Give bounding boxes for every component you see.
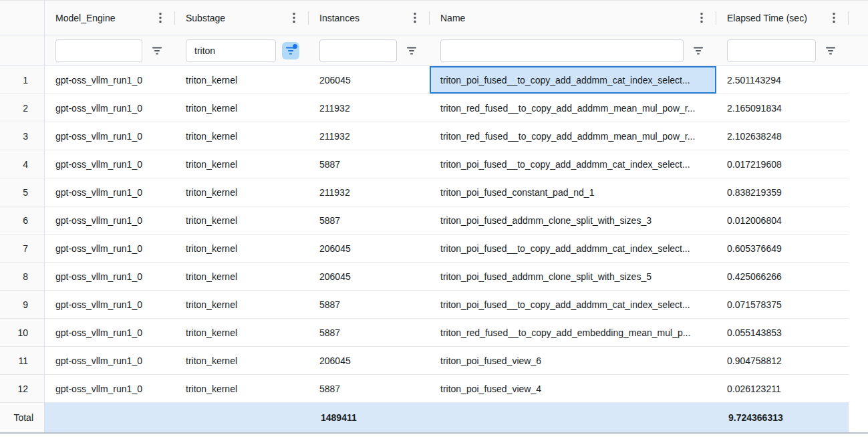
- filter-button[interactable]: [403, 42, 420, 59]
- active-filter-button[interactable]: [282, 42, 299, 59]
- filter-button[interactable]: [822, 42, 839, 59]
- cell-model-engine[interactable]: gpt-oss_vllm_run1_0: [45, 150, 175, 178]
- table-row: 4 gpt-oss_vllm_run1_0 triton_kernel 5887…: [0, 150, 868, 178]
- cell-model-engine[interactable]: gpt-oss_vllm_run1_0: [45, 319, 175, 347]
- row-number: 8: [0, 263, 45, 291]
- total-row-label: Total: [0, 403, 45, 432]
- cell-elapsed-time[interactable]: 2.501143294: [716, 66, 849, 94]
- cell-substage[interactable]: triton_kernel: [175, 291, 309, 319]
- cell-elapsed-time[interactable]: 2.102638248: [716, 122, 849, 150]
- cell-elapsed-time[interactable]: 0.838219359: [716, 178, 849, 206]
- column-menu-button[interactable]: [828, 10, 840, 26]
- cell-instances[interactable]: 5887: [309, 375, 430, 403]
- cell-substage[interactable]: triton_kernel: [175, 347, 309, 375]
- column-menu-button[interactable]: [288, 10, 300, 26]
- cell-substage[interactable]: triton_kernel: [175, 178, 309, 206]
- cell-name[interactable]: triton_red_fused__to_copy_add_addmm_mean…: [430, 122, 716, 150]
- cell-substage[interactable]: triton_kernel: [175, 206, 309, 235]
- filter-cell-elapsed-time: [716, 35, 849, 65]
- cell-substage[interactable]: triton_kernel: [175, 94, 309, 122]
- cell-model-engine[interactable]: gpt-oss_vllm_run1_0: [45, 122, 175, 150]
- cell-instances[interactable]: 5887: [309, 206, 430, 235]
- filter-cell-instances: [309, 35, 430, 65]
- filter-button[interactable]: [690, 42, 707, 59]
- row-number: 12: [0, 375, 45, 403]
- cell-name[interactable]: triton_poi_fused__to_copy_add_addmm_cat_…: [430, 66, 716, 94]
- cell-elapsed-time[interactable]: 0.026123211: [716, 375, 849, 403]
- cell-model-engine[interactable]: gpt-oss_vllm_run1_0: [45, 66, 175, 94]
- cell-instances[interactable]: 206045: [309, 235, 430, 263]
- model-engine-filter-input[interactable]: [55, 39, 142, 62]
- cell-elapsed-time[interactable]: 2.165091834: [716, 94, 849, 122]
- cell-name[interactable]: triton_poi_fused_view_6: [430, 347, 716, 375]
- cell-instances[interactable]: 211932: [309, 94, 430, 122]
- column-menu-button[interactable]: [696, 10, 708, 26]
- cell-substage[interactable]: triton_kernel: [175, 66, 309, 94]
- row-number: 4: [0, 150, 45, 178]
- cell-name[interactable]: triton_poi_fused_addmm_clone_split_with_…: [430, 263, 716, 291]
- cell-instances[interactable]: 5887: [309, 291, 430, 319]
- cell-substage[interactable]: triton_kernel: [175, 375, 309, 403]
- cell-substage[interactable]: triton_kernel: [175, 263, 309, 291]
- cell-elapsed-time[interactable]: 0.904758812: [716, 347, 849, 375]
- row-number: 6: [0, 206, 45, 235]
- cell-model-engine[interactable]: gpt-oss_vllm_run1_0: [45, 94, 175, 122]
- kebab-menu-icon: [293, 12, 295, 23]
- cell-model-engine[interactable]: gpt-oss_vllm_run1_0: [45, 347, 175, 375]
- cell-instances[interactable]: 5887: [309, 150, 430, 178]
- row-number: 5: [0, 178, 45, 206]
- filter-cell-model-engine: [45, 35, 175, 65]
- cell-elapsed-time[interactable]: 0.605376649: [716, 235, 849, 263]
- row-number-header: [0, 1, 45, 35]
- cell-model-engine[interactable]: gpt-oss_vllm_run1_0: [45, 375, 175, 403]
- cell-model-engine[interactable]: gpt-oss_vllm_run1_0: [45, 263, 175, 291]
- cell-name[interactable]: triton_red_fused__to_copy_add_addmm_mean…: [430, 94, 716, 122]
- cell-instances[interactable]: 5887: [309, 319, 430, 347]
- cell-name[interactable]: triton_poi_fused__to_copy_add_addmm_cat_…: [430, 235, 716, 263]
- name-filter-input[interactable]: [440, 39, 684, 62]
- cell-elapsed-time[interactable]: 0.055143853: [716, 319, 849, 347]
- cell-model-engine[interactable]: gpt-oss_vllm_run1_0: [45, 291, 175, 319]
- cell-substage[interactable]: triton_kernel: [175, 122, 309, 150]
- column-header-instances[interactable]: Instances: [309, 1, 430, 35]
- column-header-elapsed-time[interactable]: Elapsed Time (sec): [716, 1, 849, 35]
- column-menu-button[interactable]: [409, 10, 421, 26]
- grid-body: 1 gpt-oss_vllm_run1_0 triton_kernel 2060…: [0, 66, 868, 403]
- cell-elapsed-time[interactable]: 0.012006804: [716, 206, 849, 235]
- table-row: 6 gpt-oss_vllm_run1_0 triton_kernel 5887…: [0, 206, 868, 235]
- cell-name[interactable]: triton_poi_fused_view_4: [430, 375, 716, 403]
- cell-model-engine[interactable]: gpt-oss_vllm_run1_0: [45, 235, 175, 263]
- cell-instances[interactable]: 211932: [309, 178, 430, 206]
- column-header-name[interactable]: Name: [430, 1, 716, 35]
- filter-button[interactable]: [148, 42, 166, 59]
- cell-elapsed-time[interactable]: 0.425066266: [716, 263, 849, 291]
- column-menu-button[interactable]: [154, 10, 166, 26]
- cell-model-engine[interactable]: gpt-oss_vllm_run1_0: [45, 178, 175, 206]
- cell-instances[interactable]: 206045: [309, 347, 430, 375]
- cell-name[interactable]: triton_red_fused__to_copy_add_embedding_…: [430, 319, 716, 347]
- filter-cell-substage: [175, 35, 309, 65]
- column-header-substage[interactable]: Substage: [175, 1, 309, 35]
- grid-bottom-edge: [0, 432, 868, 434]
- table-row: 5 gpt-oss_vllm_run1_0 triton_kernel 2119…: [0, 178, 868, 206]
- cell-elapsed-time[interactable]: 0.017219608: [716, 150, 849, 178]
- empty-gutter: [849, 319, 868, 347]
- cell-substage[interactable]: triton_kernel: [175, 319, 309, 347]
- total-instances-value: 1489411: [309, 403, 430, 432]
- cell-name[interactable]: triton_poi_fused__to_copy_add_addmm_cat_…: [430, 291, 716, 319]
- column-header-model-engine[interactable]: Model_Engine: [45, 1, 175, 35]
- cell-instances[interactable]: 206045: [309, 66, 430, 94]
- cell-substage[interactable]: triton_kernel: [175, 150, 309, 178]
- instances-filter-input[interactable]: [319, 39, 397, 62]
- cell-name[interactable]: triton_poi_fused_constant_pad_nd_1: [430, 178, 716, 206]
- cell-name[interactable]: triton_poi_fused__to_copy_add_addmm_cat_…: [430, 150, 716, 178]
- cell-elapsed-time[interactable]: 0.071578375: [716, 291, 849, 319]
- cell-model-engine[interactable]: gpt-oss_vllm_run1_0: [45, 206, 175, 235]
- cell-substage[interactable]: triton_kernel: [175, 235, 309, 263]
- elapsed-time-filter-input[interactable]: [727, 39, 816, 62]
- cell-instances[interactable]: 211932: [309, 122, 430, 150]
- cell-name[interactable]: triton_poi_fused_addmm_clone_split_with_…: [430, 206, 716, 235]
- cell-instances[interactable]: 206045: [309, 263, 430, 291]
- empty-gutter: [849, 122, 868, 150]
- substage-filter-input[interactable]: [186, 39, 276, 62]
